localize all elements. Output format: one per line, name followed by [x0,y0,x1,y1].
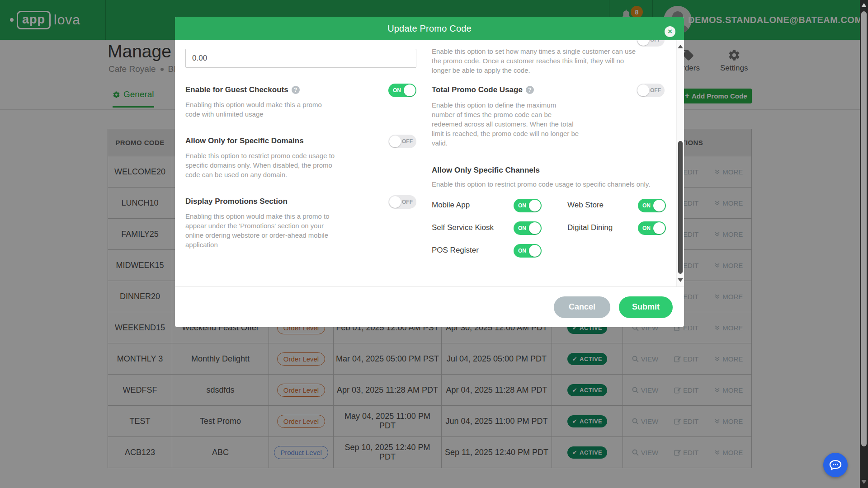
submit-button[interactable]: Submit [619,296,673,318]
channel-kiosk-label: Self Service Kiosk [432,223,494,232]
channel-mobile-app-toggle[interactable]: ON [514,199,542,212]
channel-pos-register-label: POS Register [432,246,479,255]
promotions-section-label: Display Promotions Section [185,197,288,206]
channels-desc: Enable this option to restrict promo cod… [432,179,667,189]
modal-scrollbar-thumb[interactable] [678,141,683,274]
modal-body: Enable for Guest Checkouts ? ON Enabling… [175,40,684,286]
modal-title: Update Promo Code [387,23,472,34]
scroll-down-icon[interactable] [861,480,867,484]
scroll-up-icon[interactable] [861,3,867,7]
page-scrollbar[interactable] [860,0,868,488]
specific-domains-toggle[interactable]: OFF [388,135,416,148]
modal-right-column: OFF Enable this option to set how many t… [432,40,670,286]
modal-footer: Cancel Submit [175,286,684,327]
chat-widget-button[interactable] [823,453,848,477]
total-usage-label: Total Promo Code Usage ? [432,85,534,94]
amount-input[interactable] [185,49,416,68]
page-scrollbar-thumb[interactable] [861,11,867,446]
channel-digital-dining-toggle[interactable]: ON [638,221,666,235]
promotions-section-desc: Enabling this option would make this a p… [185,211,336,249]
update-promo-code-modal: Update Promo Code × Enable for Guest Che… [175,17,684,327]
help-icon[interactable]: ? [292,86,300,94]
total-usage-toggle[interactable]: OFF [637,84,665,97]
channel-mobile-app-label: Mobile App [432,201,470,210]
cancel-button[interactable]: Cancel [554,296,610,318]
modal-header: Update Promo Code × [175,17,684,40]
total-usage-desc: Enable this option to define the maximum… [432,100,581,148]
usage-per-customer-desc: Enable this option to set how many times… [432,47,637,75]
chat-bubble-icon [828,458,843,472]
specific-domains-label: Allow Only for Specific Domains [185,136,304,145]
channel-pos-register-toggle[interactable]: ON [514,244,542,258]
guest-checkouts-desc: Enabling this option would make this a p… [185,100,336,119]
channel-web-store-toggle[interactable]: ON [638,199,666,212]
scroll-down-icon[interactable] [678,278,683,282]
promotions-section-toggle[interactable]: OFF [388,195,416,209]
specific-domains-desc: Enable this option to restrict promo cod… [185,151,336,179]
channels-heading: Allow Only Specific Channels [432,166,540,175]
help-icon[interactable]: ? [526,86,534,94]
guest-checkouts-label: Enable for Guest Checkouts ? [185,85,300,94]
close-icon[interactable]: × [665,26,675,37]
usage-per-customer-toggle[interactable]: OFF [637,40,665,47]
channel-web-store-label: Web Store [567,201,604,210]
scroll-up-icon[interactable] [678,45,683,48]
channel-digital-dining-label: Digital Dining [567,223,613,232]
guest-checkouts-toggle[interactable]: ON [388,84,416,97]
modal-scrollbar[interactable] [676,40,684,286]
page: app lova 8 DEMOS.STANDALONE@BATEAM.COM M… [0,0,868,488]
channel-kiosk-toggle[interactable]: ON [514,221,542,235]
modal-left-column: Enable for Guest Checkouts ? ON Enabling… [185,40,416,286]
